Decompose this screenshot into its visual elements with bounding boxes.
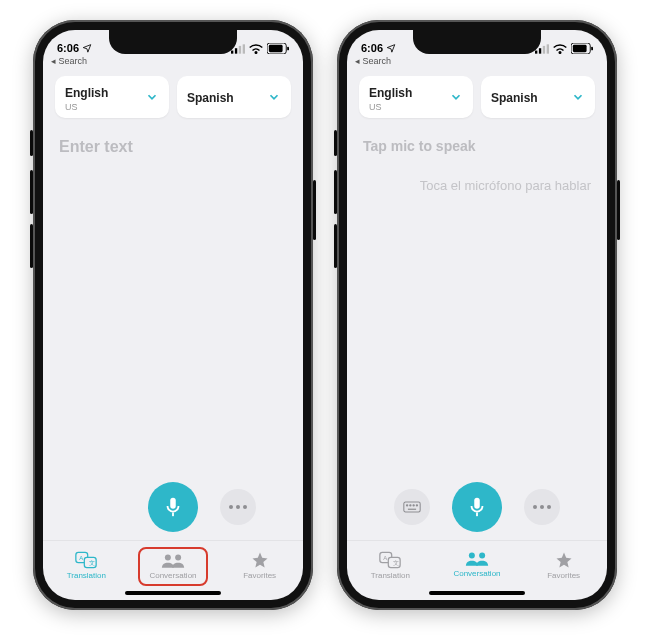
- language-selector-row: English US Spanish: [359, 76, 595, 118]
- screen: 6:06 ◂ Search English US: [347, 30, 607, 600]
- svg-rect-21: [547, 44, 549, 53]
- svg-text:文: 文: [393, 559, 399, 566]
- svg-point-35: [547, 505, 551, 509]
- mic-button[interactable]: [452, 482, 502, 532]
- text-input-placeholder[interactable]: Enter text: [55, 132, 291, 162]
- mic-button[interactable]: [148, 482, 198, 532]
- status-time: 6:06: [57, 42, 79, 54]
- svg-rect-2: [239, 45, 241, 53]
- battery-icon: [571, 43, 593, 54]
- volume-down: [334, 224, 337, 268]
- home-indicator[interactable]: [125, 591, 221, 595]
- conversation-prompt-secondary: Toca el micrófono para hablar: [359, 178, 595, 193]
- svg-text:A: A: [384, 555, 388, 561]
- volume-up: [334, 170, 337, 214]
- more-button[interactable]: [524, 489, 560, 525]
- svg-point-29: [413, 505, 414, 506]
- power-button: [313, 180, 316, 240]
- target-language-name: Spanish: [187, 91, 234, 105]
- back-app-label: Search: [59, 56, 88, 66]
- more-button[interactable]: [220, 489, 256, 525]
- svg-point-40: [469, 553, 475, 559]
- mic-icon: [466, 496, 488, 518]
- chevron-down-icon: [145, 90, 159, 104]
- chevron-down-icon: [267, 90, 281, 104]
- tab-favorites[interactable]: Favorites: [529, 547, 599, 584]
- phone-frame-right: 6:06 ◂ Search English US: [337, 20, 617, 610]
- back-to-app[interactable]: ◂ Search: [51, 56, 87, 66]
- tab-bar: A文 Translation Conversation Favorites: [43, 540, 303, 600]
- chevron-down-icon: [449, 90, 463, 104]
- tab-favorites[interactable]: Favorites: [225, 547, 295, 584]
- tab-label: Favorites: [547, 571, 580, 580]
- location-icon: [386, 43, 396, 53]
- phone-frame-left: 6:06 ◂ Search English US: [33, 20, 313, 610]
- tab-label: Conversation: [453, 569, 500, 578]
- svg-text:A: A: [80, 555, 84, 561]
- svg-rect-26: [404, 502, 420, 512]
- tab-label: Favorites: [243, 571, 276, 580]
- mute-switch: [30, 130, 33, 156]
- action-row: [359, 472, 595, 540]
- svg-rect-3: [243, 44, 245, 53]
- target-language-selector[interactable]: Spanish: [481, 76, 595, 118]
- source-language-name: English: [65, 86, 108, 100]
- back-to-app[interactable]: ◂ Search: [355, 56, 391, 66]
- location-icon: [82, 43, 92, 53]
- battery-icon: [267, 43, 289, 54]
- tab-translation[interactable]: A文 Translation: [51, 547, 121, 584]
- keyboard-button[interactable]: [394, 489, 430, 525]
- svg-point-30: [416, 505, 417, 506]
- volume-down: [30, 224, 33, 268]
- power-button: [617, 180, 620, 240]
- translation-icon: A文: [379, 551, 401, 569]
- svg-point-17: [175, 555, 181, 561]
- source-language-selector[interactable]: English US: [359, 76, 473, 118]
- chevron-left-icon: ◂: [355, 56, 360, 66]
- svg-point-41: [479, 553, 485, 559]
- tab-label: Translation: [67, 571, 106, 580]
- conversation-icon: [161, 553, 185, 569]
- svg-point-34: [540, 505, 544, 509]
- svg-rect-25: [591, 47, 593, 51]
- svg-rect-7: [287, 47, 289, 51]
- svg-point-22: [559, 51, 561, 53]
- svg-rect-32: [476, 513, 478, 517]
- svg-text:文: 文: [89, 559, 95, 566]
- svg-point-16: [165, 555, 171, 561]
- translation-icon: A文: [75, 551, 97, 569]
- tab-label: Translation: [371, 571, 410, 580]
- chevron-down-icon: [571, 90, 585, 104]
- language-selector-row: English US Spanish: [55, 76, 291, 118]
- svg-point-33: [533, 505, 537, 509]
- star-icon: [251, 551, 269, 569]
- tab-bar: A文 Translation Conversation Favorites: [347, 540, 607, 600]
- mic-icon: [162, 496, 184, 518]
- svg-point-9: [229, 505, 233, 509]
- svg-point-10: [236, 505, 240, 509]
- source-language-selector[interactable]: English US: [55, 76, 169, 118]
- target-language-selector[interactable]: Spanish: [177, 76, 291, 118]
- star-icon: [555, 551, 573, 569]
- svg-rect-6: [269, 45, 283, 52]
- svg-rect-18: [535, 50, 537, 53]
- wifi-icon: [553, 44, 567, 54]
- svg-rect-8: [172, 513, 174, 517]
- svg-point-27: [406, 505, 407, 506]
- back-app-label: Search: [363, 56, 392, 66]
- source-language-name: English: [369, 86, 412, 100]
- svg-point-28: [410, 505, 411, 506]
- conversation-icon: [465, 551, 489, 567]
- wifi-icon: [249, 44, 263, 54]
- home-indicator[interactable]: [429, 591, 525, 595]
- keyboard-icon: [403, 501, 421, 513]
- svg-rect-20: [543, 45, 545, 53]
- tab-conversation[interactable]: Conversation: [138, 547, 208, 586]
- mute-switch: [334, 130, 337, 156]
- tab-translation[interactable]: A文 Translation: [355, 547, 425, 584]
- notch: [109, 30, 237, 54]
- notch: [413, 30, 541, 54]
- svg-point-4: [255, 51, 257, 53]
- status-time: 6:06: [361, 42, 383, 54]
- tab-conversation[interactable]: Conversation: [442, 547, 512, 582]
